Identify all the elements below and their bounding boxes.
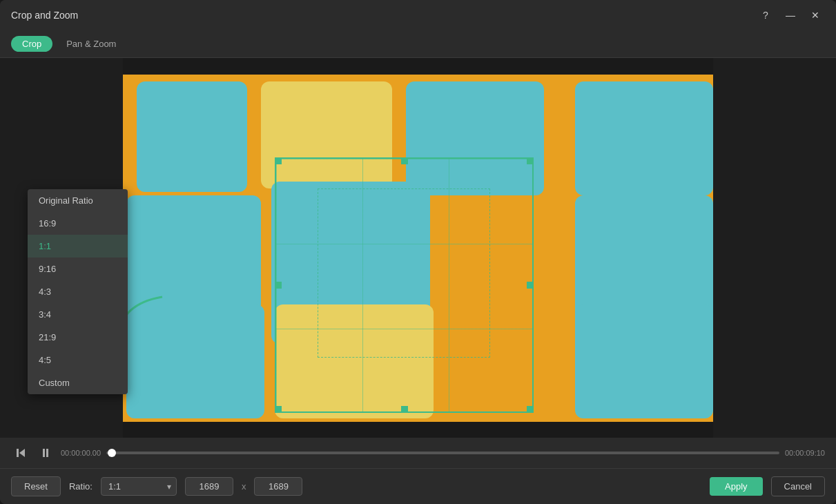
ratio-label: Ratio:: [69, 481, 93, 492]
dropdown-item-custom[interactable]: Custom: [28, 371, 128, 394]
dropdown-item-1-1[interactable]: 1:1: [28, 235, 128, 258]
tab-bar: Crop Pan & Zoom: [0, 30, 836, 58]
app-window: Crop and Zoom ? — ✕ Crop Pan & Zoom: [0, 0, 836, 504]
dropdown-item-4-5[interactable]: 4:5: [28, 349, 128, 371]
dropdown-item-original[interactable]: Original Ratio: [28, 189, 128, 212]
svg-rect-2: [17, 449, 19, 457]
food-box-8: [126, 304, 264, 418]
window-title: Crop and Zoom: [11, 10, 78, 21]
cancel-button[interactable]: Cancel: [771, 476, 825, 496]
dropdown-item-21-9[interactable]: 21:9: [28, 326, 128, 349]
food-box-1: [137, 81, 247, 192]
svg-rect-4: [46, 449, 48, 457]
minimize-icon: —: [786, 10, 795, 21]
reset-button[interactable]: Reset: [11, 476, 61, 496]
timeline-track[interactable]: [106, 452, 779, 454]
tab-crop[interactable]: Crop: [11, 36, 52, 52]
food-box-2: [261, 81, 392, 188]
food-image: [123, 75, 713, 422]
height-input[interactable]: [254, 477, 302, 496]
dropdown-item-16-9[interactable]: 16:9: [28, 212, 128, 235]
apply-button[interactable]: Apply: [710, 477, 763, 496]
timeline-bar: 00:00:00.00 00:00:09:10: [0, 438, 836, 468]
minimize-button[interactable]: —: [781, 6, 800, 25]
main-area: Original Ratio 16:9 1:1 9:16 4:3 3:4 21:…: [0, 58, 836, 504]
current-time: 00:00:00.00: [61, 449, 101, 457]
food-box-9: [275, 304, 434, 418]
ratio-select-wrapper: 1:1 Original Ratio 16:9 9:16 4:3 3:4 21:…: [101, 477, 177, 496]
ratio-select[interactable]: 1:1 Original Ratio 16:9 9:16 4:3 3:4 21:…: [101, 477, 177, 496]
ratio-dropdown-menu: Original Ratio 16:9 1:1 9:16 4:3 3:4 21:…: [28, 189, 128, 394]
play-button[interactable]: [36, 443, 55, 463]
food-box-4: [575, 81, 713, 195]
bottom-controls: Reset Ratio: 1:1 Original Ratio 16:9 9:1…: [0, 468, 836, 504]
video-frame: [123, 75, 713, 422]
x-separator: x: [242, 481, 246, 492]
help-icon: ?: [763, 10, 768, 21]
close-button[interactable]: ✕: [806, 6, 825, 25]
dropdown-item-4-3[interactable]: 4:3: [28, 280, 128, 303]
dropdown-item-9-16[interactable]: 9:16: [28, 258, 128, 280]
dropdown-item-3-4[interactable]: 3:4: [28, 303, 128, 326]
tab-pan-zoom[interactable]: Pan & Zoom: [55, 36, 127, 52]
title-bar: Crop and Zoom ? — ✕: [0, 0, 836, 30]
close-icon: ✕: [811, 10, 819, 21]
back-button[interactable]: [11, 443, 30, 463]
svg-rect-3: [43, 449, 45, 457]
video-container: Original Ratio 16:9 1:1 9:16 4:3 3:4 21:…: [0, 58, 836, 438]
end-time: 00:00:09:10: [785, 449, 825, 457]
help-button[interactable]: ?: [756, 6, 775, 25]
title-controls: ? — ✕: [756, 6, 825, 25]
timeline-thumb[interactable]: [108, 449, 116, 457]
svg-marker-1: [19, 449, 25, 457]
right-panel: [713, 58, 836, 438]
food-box-10: [575, 304, 713, 418]
width-input[interactable]: [185, 477, 233, 496]
food-box-3: [406, 81, 544, 195]
